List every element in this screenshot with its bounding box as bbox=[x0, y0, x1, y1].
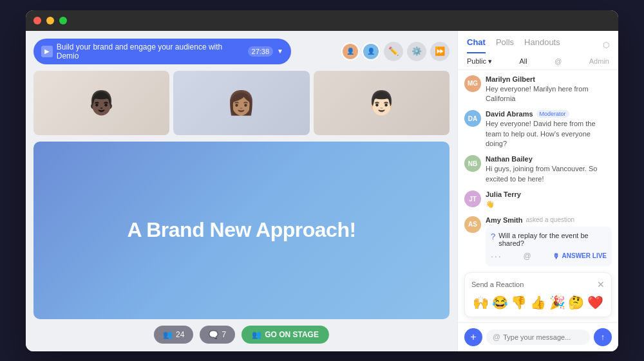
answer-live-label: ANSWER LIVE bbox=[562, 252, 607, 259]
question-actions: ··· @ 🎙 ANSWER LIVE bbox=[491, 251, 607, 261]
maximize-button[interactable] bbox=[59, 17, 67, 24]
main-slide: A Brand New Approach! bbox=[33, 142, 450, 319]
message-item: AS Amy Smith asked a question ? Will a r… bbox=[464, 216, 612, 266]
filter-mention[interactable]: @ bbox=[554, 57, 562, 65]
chat-tabs: Chat Polls Handouts ⬡ bbox=[467, 37, 609, 53]
at-icon: @ bbox=[493, 333, 500, 342]
questions-icon: 🗨️ bbox=[209, 330, 218, 339]
avatar: MG bbox=[464, 75, 481, 92]
go-on-stage-button[interactable]: 👥 GO ON STAGE bbox=[242, 326, 329, 344]
main-area: ▶ Build your brand and engage your audie… bbox=[26, 31, 618, 351]
message-item: MG Marilyn Gilbert Hey everyone! Marilyn… bbox=[464, 75, 612, 104]
answer-live-button[interactable]: 🎙 ANSWER LIVE bbox=[553, 252, 607, 260]
left-panel: ▶ Build your brand and engage your audie… bbox=[26, 31, 457, 351]
message-input[interactable] bbox=[503, 333, 583, 341]
video-thumb-3: 👨🏻 bbox=[314, 71, 450, 135]
mic-icon: 🎙 bbox=[553, 252, 560, 260]
message-sender-name: David Abrams Moderator bbox=[486, 110, 612, 118]
attendees-button[interactable]: 👥 24 bbox=[154, 326, 193, 344]
reaction-title: Send a Reaction bbox=[471, 281, 524, 288]
video-thumb-1: 👨🏿 bbox=[33, 71, 169, 135]
reaction-emoji[interactable]: 🎉 bbox=[549, 295, 565, 310]
pencil-button[interactable]: ✏️ bbox=[384, 42, 403, 61]
message-text: Hi guys, joining from Vancouver. So exci… bbox=[486, 164, 612, 184]
message-text: 👋 bbox=[486, 199, 612, 209]
chat-input-area: + @ ↑ bbox=[458, 322, 618, 351]
avatar-stack: 👤 👤 bbox=[341, 42, 380, 60]
avatar: DA bbox=[464, 110, 481, 127]
reaction-emoji[interactable]: 🙌 bbox=[473, 295, 489, 310]
add-button[interactable]: + bbox=[464, 328, 482, 346]
go-on-stage-label: GO ON STAGE bbox=[265, 330, 319, 339]
message-text: Hey everyone! David here from the team t… bbox=[486, 119, 612, 149]
app-window: ▶ Build your brand and engage your audie… bbox=[26, 10, 618, 351]
moderator-badge: Moderator bbox=[536, 110, 569, 118]
questions-button[interactable]: 🗨️ 7 bbox=[200, 326, 235, 344]
chat-header: Chat Polls Handouts ⬡ Public ▾ All @ Adm… bbox=[458, 31, 618, 70]
attendees-count: 24 bbox=[176, 330, 184, 339]
message-content: Nathan Bailey Hi guys, joining from Vanc… bbox=[486, 155, 612, 184]
avatar: 👤 bbox=[341, 42, 359, 60]
asked-question-label: asked a question bbox=[526, 216, 574, 223]
chevron-down-icon: ▾ bbox=[488, 57, 492, 66]
chat-tabs-left: Chat Polls Handouts bbox=[467, 37, 560, 53]
message-item: DA David Abrams Moderator Hey everyone! … bbox=[464, 110, 612, 149]
reaction-emoji[interactable]: 😂 bbox=[492, 295, 508, 310]
reaction-emoji[interactable]: 🤔 bbox=[568, 295, 584, 310]
reaction-emoji[interactable]: ❤️ bbox=[587, 295, 603, 310]
forward-button[interactable]: ⏩ bbox=[430, 42, 450, 61]
close-icon[interactable]: ✕ bbox=[597, 279, 605, 290]
presentation-title-text: Build your brand and engage your audienc… bbox=[57, 42, 244, 60]
video-grid: 👨🏿 👩🏽 👨🏻 bbox=[33, 71, 450, 135]
presentation-title-bar: ▶ Build your brand and engage your audie… bbox=[33, 39, 291, 64]
bottom-controls: 👥 24 🗨️ 7 👥 GO ON STAGE bbox=[33, 326, 450, 344]
reaction-emoji[interactable]: 👎 bbox=[511, 295, 527, 310]
slide-text: A Brand New Approach! bbox=[127, 218, 355, 242]
external-link-icon[interactable]: ⬡ bbox=[603, 41, 609, 50]
reaction-emojis: 🙌 😂 👎 👍 🎉 🤔 ❤️ bbox=[471, 295, 605, 310]
question-text: ? Will a replay for the event be shared? bbox=[491, 232, 607, 247]
question-icon: ? bbox=[491, 232, 495, 241]
at-icon: @ bbox=[524, 252, 531, 261]
avatar: 👤 bbox=[362, 42, 380, 60]
tab-chat[interactable]: Chat bbox=[467, 37, 486, 53]
message-sender-name: Amy Smith asked a question bbox=[486, 216, 612, 224]
tab-polls[interactable]: Polls bbox=[496, 37, 514, 53]
avatar: NB bbox=[464, 155, 481, 172]
chat-messages: MG Marilyn Gilbert Hey everyone! Marilyn… bbox=[458, 70, 618, 272]
minimize-button[interactable] bbox=[46, 17, 54, 24]
filter-public[interactable]: Public ▾ bbox=[467, 57, 492, 66]
dots-icon[interactable]: ··· bbox=[491, 251, 502, 261]
message-input-wrapper: @ bbox=[486, 329, 590, 345]
stage-icon: 👥 bbox=[252, 330, 261, 339]
filter-public-label: Public bbox=[467, 57, 486, 65]
person-silhouette-3: 👨🏻 bbox=[314, 71, 450, 135]
top-controls: 👤 👤 ✏️ ⚙️ ⏩ bbox=[341, 42, 450, 61]
message-content: David Abrams Moderator Hey everyone! Dav… bbox=[486, 110, 612, 149]
message-sender-name: Nathan Bailey bbox=[486, 155, 612, 163]
message-content: Amy Smith asked a question ? Will a repl… bbox=[486, 216, 612, 266]
top-bar: ▶ Build your brand and engage your audie… bbox=[33, 39, 450, 64]
avatar: JT bbox=[464, 190, 481, 207]
reaction-header: Send a Reaction ✕ bbox=[471, 279, 605, 290]
filter-all[interactable]: All bbox=[519, 57, 527, 65]
message-item: JT Julia Terry 👋 bbox=[464, 190, 612, 209]
tab-handouts[interactable]: Handouts bbox=[524, 37, 560, 53]
avatar: AS bbox=[464, 216, 481, 233]
message-content: Marilyn Gilbert Hey everyone! Marilyn he… bbox=[486, 75, 612, 104]
chat-panel: Chat Polls Handouts ⬡ Public ▾ All @ Adm… bbox=[457, 31, 618, 351]
timer-badge: 27:38 bbox=[248, 46, 274, 57]
send-button[interactable]: ↑ bbox=[594, 328, 612, 346]
message-sender-name: Marilyn Gilbert bbox=[486, 75, 612, 83]
reaction-panel: Send a Reaction ✕ 🙌 😂 👎 👍 🎉 🤔 ❤️ bbox=[464, 272, 612, 317]
message-item: NB Nathan Bailey Hi guys, joining from V… bbox=[464, 155, 612, 184]
close-button[interactable] bbox=[33, 17, 41, 24]
attendees-icon: 👥 bbox=[163, 330, 173, 339]
gear-button[interactable]: ⚙️ bbox=[407, 42, 426, 61]
video-thumb-2: 👩🏽 bbox=[173, 71, 309, 135]
filter-admin[interactable]: Admin bbox=[589, 57, 609, 65]
reaction-emoji[interactable]: 👍 bbox=[530, 295, 546, 310]
person-silhouette-2: 👩🏽 bbox=[173, 71, 309, 135]
title-bar bbox=[26, 10, 618, 31]
chevron-down-icon: ▼ bbox=[277, 48, 283, 55]
